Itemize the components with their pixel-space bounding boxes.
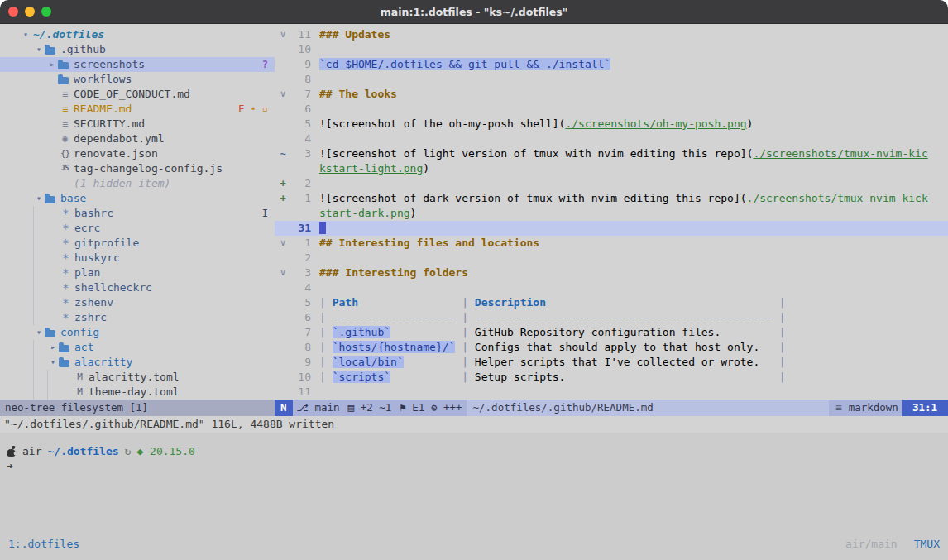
chevron-down-icon[interactable]: ▾ xyxy=(33,42,45,57)
shell-pane[interactable]: air ~/.dotfiles ↻ ◆ 20.15.0 ➜ 1:.dotfile… xyxy=(0,433,948,560)
editor-line[interactable]: 10 xyxy=(275,42,948,57)
editor-line[interactable]: 5![screenshot of the oh-my-posh shell](.… xyxy=(275,117,948,132)
indent-guide xyxy=(33,221,47,236)
editor-line[interactable]: 4 xyxy=(275,132,948,146)
editor-line[interactable]: ∨1## Interesting files and locations xyxy=(275,236,948,251)
tree-item-base[interactable]: ▾base xyxy=(0,191,275,206)
editor-line[interactable]: 11 xyxy=(275,385,948,400)
editor-line[interactable]: 8 xyxy=(275,72,948,87)
tree-item-plan[interactable]: *plan xyxy=(0,266,275,280)
editor-line[interactable]: +1![screenshot of dark version of tmux w… xyxy=(275,191,948,206)
text-segment: | xyxy=(779,296,786,309)
text-segment: ) xyxy=(747,117,754,130)
editor-line[interactable]: 6| ------------------- | ---------------… xyxy=(275,310,948,325)
editor-buffer[interactable]: ∨11### Updates109`cd $HOME/.dotfiles && … xyxy=(275,24,948,400)
tree-item-alacritty[interactable]: ▾alacritty xyxy=(0,355,275,370)
gutter-spacer xyxy=(275,370,291,385)
terminal-content: ▾~/.dotfiles▾.github▸screenshots?workflo… xyxy=(0,24,948,560)
editor-line[interactable]: 4 xyxy=(275,280,948,295)
tree-item-theme-day-toml[interactable]: Mtheme-day.toml xyxy=(0,385,275,400)
tree-item-gitprofile[interactable]: *gitprofile xyxy=(0,236,275,251)
tree-item-label: renovate.json xyxy=(74,146,158,161)
tree-item-label: dependabot.yml xyxy=(74,132,165,146)
indent-guide xyxy=(33,132,46,146)
editor-line[interactable]: kstart-light.png) xyxy=(275,161,948,176)
line-number: 3 xyxy=(291,146,311,161)
chevron-down-icon[interactable]: ▾ xyxy=(33,191,45,206)
yaml-file-icon: ◉ xyxy=(58,132,72,146)
line-number: 4 xyxy=(291,132,311,146)
editor-line[interactable]: +2 xyxy=(275,176,948,191)
editor-line[interactable]: ∨7## The looks xyxy=(275,87,948,102)
editor-statusline: N ⎇ main ▤ +2 ~1 ⚑ E1 ⚙ +++ ~/.dotfiles/… xyxy=(275,400,948,416)
tree-item-shellcheckrc[interactable]: *shellcheckrc xyxy=(0,280,275,295)
line-number: 6 xyxy=(291,102,311,117)
editor-line[interactable]: 8| `hosts/{hostname}/` | Configs that sh… xyxy=(275,340,948,355)
tree-item-1-hidden-item[interactable]: (1 hidden item) xyxy=(0,176,275,191)
tree-item-dotfiles[interactable]: ▾~/.dotfiles xyxy=(0,27,275,42)
gutter-spacer xyxy=(275,385,291,400)
tree-item-bashrc[interactable]: *bashrcI xyxy=(0,206,275,221)
editor-line[interactable]: 5| Path | Description | xyxy=(275,295,948,310)
indent-guide xyxy=(20,191,33,206)
tree-item-workflows[interactable]: workflows xyxy=(0,72,275,87)
indent-guide xyxy=(33,355,47,370)
folder-icon xyxy=(59,360,69,367)
tree-item-screenshots[interactable]: ▸screenshots? xyxy=(0,57,275,72)
minimize-button[interactable] xyxy=(25,7,35,17)
tree-item-code-of-conduct-md[interactable]: ≡CODE_OF_CONDUCT.md xyxy=(0,87,275,102)
tree-item-tag-changelog-config-js[interactable]: JStag-changelog-config.js xyxy=(0,161,275,176)
editor-line[interactable]: ∨3### Interesting folders xyxy=(275,266,948,280)
editor-line[interactable]: 2 xyxy=(275,251,948,266)
tree-item-config[interactable]: ▾config xyxy=(0,325,275,340)
folder-icon xyxy=(45,196,55,203)
chevron-down-icon[interactable]: ▾ xyxy=(47,355,59,370)
editor-line[interactable]: start-dark.png) xyxy=(275,206,948,221)
tree-item-zshenv[interactable]: *zshenv xyxy=(0,295,275,310)
line-number: 10 xyxy=(291,42,311,57)
text-segment: ![screenshot of light version of tmux wi… xyxy=(319,147,753,160)
tree-item-huskyrc[interactable]: *huskyrc xyxy=(0,251,275,266)
indent-guide xyxy=(33,146,46,161)
gutter-sign: ∨ xyxy=(275,27,291,42)
chevron-down-icon[interactable]: ▾ xyxy=(20,27,31,42)
tmux-window-tab[interactable]: 1:.dotfiles xyxy=(8,536,79,553)
close-button[interactable] xyxy=(8,7,18,17)
tree-item-dependabot-yml[interactable]: ◉dependabot.yml xyxy=(0,132,275,146)
line-text xyxy=(319,221,326,236)
tree-item-alacritty-toml[interactable]: Malacritty.toml xyxy=(0,370,275,385)
editor-line[interactable]: ~3![screenshot of light version of tmux … xyxy=(275,146,948,161)
tree-item-act[interactable]: ▸act xyxy=(0,340,275,355)
line-number: 6 xyxy=(291,310,311,325)
line-number: 5 xyxy=(291,117,311,132)
zoom-button[interactable] xyxy=(41,7,51,17)
editor-line[interactable]: 9| `local/bin` | Helper scripts that I'v… xyxy=(275,355,948,370)
tree-item-github[interactable]: ▾.github xyxy=(0,42,275,57)
tree-item-readme-md[interactable]: ≡README.mdE•▫ xyxy=(0,102,275,117)
chevron-right-icon[interactable]: ▸ xyxy=(46,57,58,72)
chevron-down-icon[interactable]: ▾ xyxy=(33,325,45,340)
gutter-spacer xyxy=(275,117,291,132)
tree-item-zshrc[interactable]: *zshrc xyxy=(0,310,275,325)
tree-item-label: bashrc xyxy=(74,206,113,221)
editor-line[interactable]: 31 xyxy=(275,221,948,236)
line-number: 7 xyxy=(291,325,311,340)
sync-icon: ↻ xyxy=(125,444,132,459)
gutter-spacer xyxy=(275,206,291,221)
badge: ? xyxy=(262,57,268,72)
line-text: ### Updates xyxy=(319,27,390,42)
editor-line[interactable]: 10| `scripts` | Setup scripts. | xyxy=(275,370,948,385)
chevron-right-icon[interactable]: ▸ xyxy=(47,340,59,355)
tree-item-ecrc[interactable]: *ecrc xyxy=(0,221,275,236)
tree-item-renovate-json[interactable]: {}renovate.json xyxy=(0,146,275,161)
editor-line[interactable]: ∨11### Updates xyxy=(275,27,948,42)
tree-item-label: plan xyxy=(74,266,100,280)
tree-item-security-md[interactable]: ≡SECURITY.md xyxy=(0,117,275,132)
text-segment: | xyxy=(319,326,333,338)
editor-line[interactable]: 7| `.github` | GitHub Repository configu… xyxy=(275,325,948,340)
text-segment: | xyxy=(779,326,786,338)
text-segment: | ------------------- | ----------------… xyxy=(319,311,786,323)
editor-line[interactable]: 6 xyxy=(275,102,948,117)
gutter-spacer xyxy=(275,102,291,117)
editor-line[interactable]: 9`cd $HOME/.dotfiles && git pull && ./in… xyxy=(275,57,948,72)
